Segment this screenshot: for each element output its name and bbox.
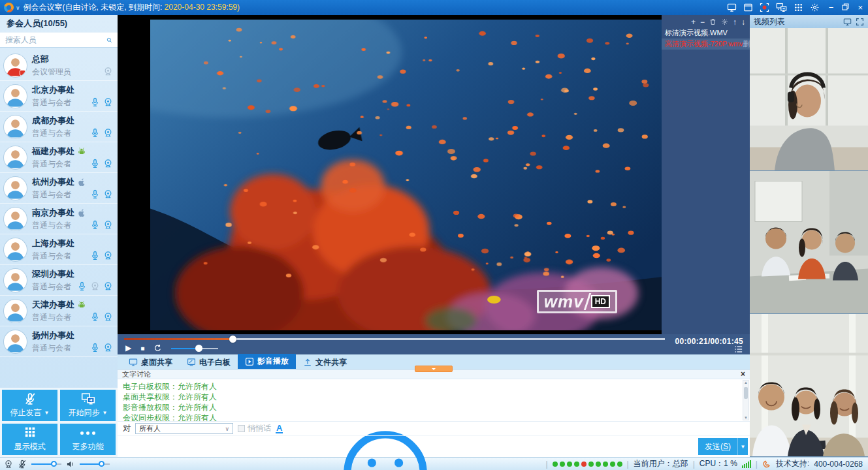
scroll-up-icon[interactable]: ▲: [744, 381, 748, 384]
camera-icon[interactable]: [103, 128, 113, 138]
checkbox[interactable]: [238, 425, 245, 432]
recipient-select[interactable]: 所有人∨: [135, 423, 233, 434]
more-functions-button[interactable]: 更多功能: [60, 424, 116, 455]
speaker-volume-slider[interactable]: [80, 460, 110, 467]
scroll-down-icon[interactable]: ▼: [744, 416, 748, 420]
chat-messages[interactable]: 电子白板权限：允许所有人 桌面共享权限：允许所有人 影音播放权限：允许所有人 会…: [118, 379, 750, 421]
wmv-hd-watermark: wmv HD: [537, 290, 617, 313]
close-button[interactable]: ×: [858, 3, 863, 12]
speaker-volume-thumb[interactable]: [99, 461, 104, 467]
mic-icon[interactable]: [90, 312, 100, 322]
participant-row[interactable]: 上海办事处 普通与会者: [0, 234, 118, 265]
mic-icon[interactable]: [90, 189, 100, 199]
chat-collapse-handle[interactable]: [415, 366, 453, 372]
participant-row[interactable]: 北京办事处 普通与会者: [0, 81, 118, 112]
search-input[interactable]: [5, 35, 106, 44]
participant-row[interactable]: 杭州办事处 普通与会者: [0, 173, 118, 204]
tab-desktop-share[interactable]: 桌面共享: [121, 356, 180, 369]
record-icon[interactable]: [760, 3, 769, 12]
camera-icon[interactable]: [103, 343, 113, 352]
mic-icon[interactable]: [77, 281, 87, 291]
scroll-thumb[interactable]: [744, 387, 748, 399]
camera-icon[interactable]: [103, 159, 113, 168]
maximize-button[interactable]: [841, 3, 850, 12]
playlist-settings-icon[interactable]: [721, 18, 728, 27]
participant-row[interactable]: 深圳办事处 普通与会者: [0, 265, 118, 296]
seek-bar[interactable]: [124, 338, 665, 340]
chat-input-area[interactable]: 发送(S) ▼: [118, 435, 750, 457]
video-feed-thumbnail[interactable]: [750, 28, 868, 171]
video-feed-thumbnail[interactable]: [750, 314, 868, 457]
display-mode-button[interactable]: 显示模式: [2, 424, 57, 455]
playlist-toggle-icon[interactable]: [734, 345, 743, 353]
participant-row[interactable]: 南京办事处 普通与会者: [0, 204, 118, 234]
mic-volume-slider[interactable]: [31, 460, 61, 467]
seek-thumb[interactable]: [229, 336, 236, 343]
playlist-item[interactable]: 标清演示视频.WMV: [662, 27, 750, 39]
playlist-item-delete-link[interactable]: 删除: [743, 39, 750, 50]
minimize-button[interactable]: −: [829, 3, 834, 12]
playlist-remove-icon[interactable]: −: [700, 18, 705, 26]
mic-icon[interactable]: [90, 343, 100, 352]
camera-icon[interactable]: [103, 220, 113, 230]
chat-scrollbar[interactable]: ▲ ▼: [743, 380, 749, 420]
video-player-screen[interactable]: wmv HD: [118, 15, 662, 334]
mic-muted-icon[interactable]: [18, 460, 27, 469]
apps-grid-icon[interactable]: [794, 3, 803, 12]
play-button[interactable]: ▶: [125, 343, 131, 352]
participant-row[interactable]: 福建办事处 普通与会者: [0, 142, 118, 173]
settings-gear-icon[interactable]: [810, 3, 820, 12]
screen-share-icon[interactable]: [776, 3, 787, 12]
mic-icon[interactable]: [90, 97, 100, 107]
video-window-icon[interactable]: [843, 18, 852, 26]
participant-row[interactable]: 天津办事处 普通与会者: [0, 296, 118, 326]
camera-icon[interactable]: [103, 97, 113, 107]
stop-speaking-button[interactable]: 停止发言▼: [2, 390, 57, 421]
mic-volume-thumb[interactable]: [51, 461, 57, 467]
camera-disabled-icon[interactable]: [103, 67, 113, 76]
camera-status-icon[interactable]: [4, 460, 13, 469]
screen-broadcast-icon[interactable]: [727, 3, 737, 12]
volume-thumb[interactable]: [195, 345, 202, 352]
participant-row[interactable]: 总部 会议管理员: [0, 50, 118, 81]
camera-icon[interactable]: [103, 281, 113, 291]
start-sync-button[interactable]: 开始同步▼: [60, 390, 116, 421]
tab-whiteboard[interactable]: 电子白板: [180, 356, 238, 369]
speaker-icon[interactable]: [66, 460, 75, 469]
chat-panel: 文字讨论 × 电子白板权限：允许所有人 桌面共享权限：允许所有人 影音播放权限：…: [118, 369, 750, 457]
tab-file-share[interactable]: 文件共享: [296, 356, 354, 369]
player-volume-slider[interactable]: [171, 344, 218, 352]
mic-icon[interactable]: [90, 159, 100, 168]
dropdown-caret-icon[interactable]: ▼: [103, 410, 108, 416]
participant-row[interactable]: 成都办事处 普通与会者: [0, 112, 118, 142]
video-feed-thumbnail[interactable]: [750, 171, 868, 314]
playlist-move-up-icon[interactable]: ↑: [733, 18, 737, 26]
playlist-delete-icon[interactable]: [709, 18, 716, 27]
tab-media-playback[interactable]: 影音播放: [238, 354, 296, 369]
whisper-checkbox[interactable]: 悄悄话: [238, 423, 271, 434]
expand-icon[interactable]: [856, 18, 864, 26]
playlist-move-down-icon[interactable]: ↓: [741, 18, 745, 26]
repeat-button[interactable]: [153, 344, 162, 352]
playlist-item-selected[interactable]: 高清演示视频-720P.wmv 删除: [662, 39, 750, 50]
search-box[interactable]: [0, 32, 118, 48]
participant-row[interactable]: 扬州办事处 普通与会者: [0, 326, 118, 357]
stop-button[interactable]: ■: [140, 345, 144, 352]
mic-icon[interactable]: [90, 220, 100, 230]
search-icon[interactable]: [106, 35, 112, 45]
mic-icon[interactable]: [90, 128, 100, 138]
camera-icon[interactable]: [103, 251, 113, 260]
dropdown-caret-icon[interactable]: ▼: [44, 410, 50, 416]
send-options-caret[interactable]: ▼: [737, 438, 748, 455]
camera-icon[interactable]: [103, 189, 113, 199]
logo-chevron-icon[interactable]: ∨: [16, 5, 20, 11]
send-button[interactable]: 发送(S): [698, 438, 737, 455]
window-preview-icon[interactable]: [743, 3, 753, 12]
fullscreen-icon[interactable]: [736, 357, 745, 366]
camera-icon[interactable]: [103, 312, 113, 322]
camera-disabled-icon[interactable]: [90, 281, 100, 291]
mic-icon[interactable]: [90, 251, 100, 260]
playlist-add-icon[interactable]: +: [691, 18, 696, 26]
font-button[interactable]: A: [276, 424, 283, 433]
emoji-button[interactable]: [287, 424, 297, 433]
